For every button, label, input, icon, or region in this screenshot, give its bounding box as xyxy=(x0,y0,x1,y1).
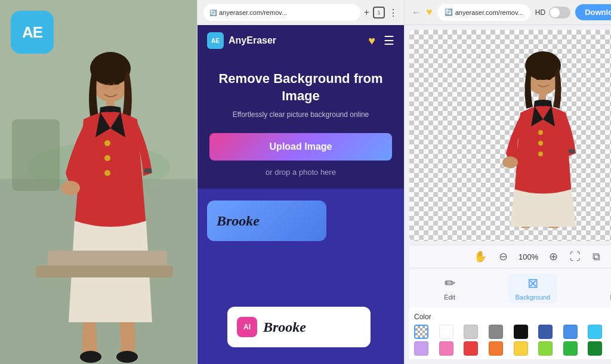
hamburger-menu-icon[interactable]: ☰ xyxy=(384,33,394,48)
svg-point-12 xyxy=(116,351,138,363)
svg-point-17 xyxy=(114,80,120,85)
hd-toggle-switch[interactable] xyxy=(549,7,570,18)
yellow-swatch[interactable] xyxy=(514,341,528,356)
nav-right: ♥ ☰ xyxy=(368,33,394,48)
hd-label: HD xyxy=(535,8,545,17)
favorites-icon[interactable]: ♥ xyxy=(426,6,433,18)
brooke-card-blue: Brooke xyxy=(207,200,326,241)
hero-subtitle: Effortlessly clear picture background on… xyxy=(209,110,392,119)
blue-swatch[interactable] xyxy=(563,325,578,339)
mobile-browser-bar: 🔄 anyeraser.com/remov... + 1 ⋮ xyxy=(198,0,404,25)
app-logo-icon: AE xyxy=(207,32,224,49)
result-image-svg xyxy=(471,43,603,228)
result-image-area xyxy=(409,30,611,241)
edit-tab[interactable]: ✏ Edit xyxy=(437,273,462,303)
cards-section: Brooke AI Brooke xyxy=(198,189,404,364)
navy-swatch[interactable] xyxy=(538,325,553,339)
hero-title: Remove Background from Image xyxy=(209,70,392,104)
action-tabs: ✏ Edit ⊠ Background ⬛ Resize xyxy=(409,268,611,308)
zoom-out-button[interactable]: ⊖ xyxy=(498,249,509,264)
svg-rect-13 xyxy=(144,168,152,173)
brooke-text-2: Brooke xyxy=(263,319,306,335)
color-palette: Color xyxy=(409,308,611,359)
svg-point-26 xyxy=(502,156,518,168)
zoom-level: 100% xyxy=(519,252,538,261)
edit-icon: ✏ xyxy=(445,276,455,291)
edit-label: Edit xyxy=(444,294,455,301)
nav-arrows: ← xyxy=(412,7,421,18)
right-panel: ← ♥ 🔄 anyeraser.com/remov... HD Download… xyxy=(405,0,611,364)
fit-screen-button[interactable]: ⛶ xyxy=(569,249,582,264)
green-swatch[interactable] xyxy=(563,341,578,356)
red-swatch[interactable] xyxy=(464,341,478,356)
drop-text: or drop a photo here xyxy=(209,168,392,177)
photo-background: AE xyxy=(0,0,197,364)
svg-point-16 xyxy=(103,80,109,85)
ae-logo: AE xyxy=(11,11,54,54)
split-view-button[interactable]: ⧉ xyxy=(591,249,601,264)
desktop-url-text: anyeraser.com/remov... xyxy=(455,9,523,16)
resize-tab[interactable]: ⬛ Resize xyxy=(603,273,611,303)
more-options-icon[interactable]: ⋮ xyxy=(388,7,398,18)
app-navbar: AE AnyEraser ♥ ☰ xyxy=(198,25,404,56)
app-content: AE AnyEraser ♥ ☰ Remove Background from … xyxy=(198,25,404,364)
color-section-label: Color xyxy=(414,313,611,321)
pink-swatch[interactable] xyxy=(439,341,453,356)
tab-controls: + 1 ⋮ xyxy=(364,7,398,18)
white-swatch[interactable] xyxy=(439,325,453,339)
svg-point-11 xyxy=(80,351,101,363)
mobile-url-text: anyeraser.com/remov... xyxy=(219,9,287,16)
zoom-in-button[interactable]: ⊕ xyxy=(548,249,559,264)
middle-panel: 🔄 anyeraser.com/remov... + 1 ⋮ AE AnyEra… xyxy=(197,0,405,364)
hero-section: Remove Background from Image Effortlessl… xyxy=(198,56,404,189)
sky-swatch[interactable] xyxy=(588,325,602,339)
tab-count-badge[interactable]: 1 xyxy=(373,7,385,18)
desktop-url-sync-icon: 🔄 xyxy=(445,8,453,16)
svg-point-23 xyxy=(538,130,543,135)
left-panel: AE xyxy=(0,0,197,364)
svg-rect-3 xyxy=(12,119,60,191)
upload-image-button[interactable]: Upload Image xyxy=(209,133,392,161)
background-tab[interactable]: ⊠ Background xyxy=(508,273,557,303)
svg-point-25 xyxy=(538,152,543,156)
right-content: ✋ ⊖ 100% ⊕ ⛶ ⧉ ✏ Edit ⊠ Background ⬛ Res… xyxy=(405,25,611,364)
background-icon: ⊠ xyxy=(527,276,538,291)
plus-tab-icon[interactable]: + xyxy=(364,7,369,18)
gray-swatch[interactable] xyxy=(489,325,503,339)
svg-point-7 xyxy=(104,140,110,146)
ai-badge: AI xyxy=(237,317,257,337)
brand-name: AnyEraser xyxy=(229,35,276,46)
light-gray-swatch[interactable] xyxy=(464,325,478,339)
url-sync-icon: 🔄 xyxy=(209,10,217,16)
desktop-url-bar[interactable]: 🔄 anyeraser.com/remov... xyxy=(437,4,530,21)
svg-point-9 xyxy=(104,170,110,176)
svg-point-10 xyxy=(61,181,80,195)
svg-rect-27 xyxy=(569,149,575,153)
download-button[interactable]: Download xyxy=(575,4,611,20)
logo-area: AE AnyEraser xyxy=(207,32,276,49)
svg-point-8 xyxy=(104,155,110,161)
black-swatch[interactable] xyxy=(514,325,528,339)
orange-swatch[interactable] xyxy=(489,341,503,356)
woman-figure xyxy=(0,0,197,364)
dark-green-swatch[interactable] xyxy=(588,341,602,356)
pan-tool-button[interactable]: ✋ xyxy=(473,249,488,264)
svg-point-24 xyxy=(538,141,543,146)
back-icon[interactable]: ← xyxy=(412,7,421,18)
favorite-heart-icon[interactable]: ♥ xyxy=(368,34,375,48)
right-browser-controls: HD Download xyxy=(535,4,611,20)
hd-toggle-area: HD xyxy=(535,7,570,18)
light-purple-swatch[interactable] xyxy=(414,341,428,356)
color-grid-row1 xyxy=(414,325,611,339)
ae-logo-text: AE xyxy=(22,23,42,42)
background-label: Background xyxy=(515,294,550,301)
color-grid-row2 xyxy=(414,341,611,356)
woman-svg xyxy=(0,0,197,364)
mobile-url-bar[interactable]: 🔄 anyeraser.com/remov... xyxy=(203,4,360,21)
transparent-swatch[interactable] xyxy=(414,325,428,339)
app-logo-letters: AE xyxy=(211,38,220,44)
svg-point-29 xyxy=(546,75,552,80)
lime-swatch[interactable] xyxy=(538,341,553,356)
image-toolbar: ✋ ⊖ 100% ⊕ ⛶ ⧉ xyxy=(409,245,611,268)
brooke-text-1: Brooke xyxy=(217,213,260,229)
